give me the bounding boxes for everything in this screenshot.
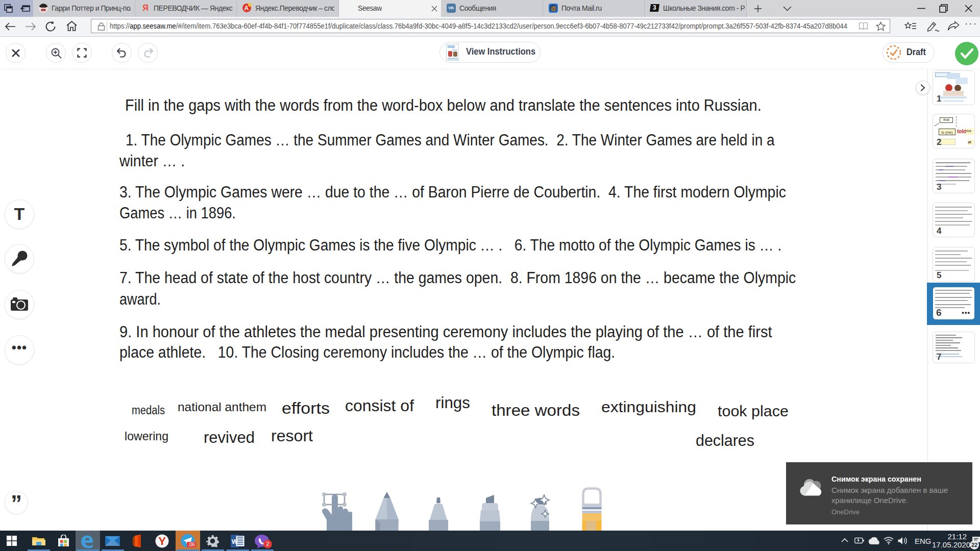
svg-text:W: W [232, 538, 238, 545]
